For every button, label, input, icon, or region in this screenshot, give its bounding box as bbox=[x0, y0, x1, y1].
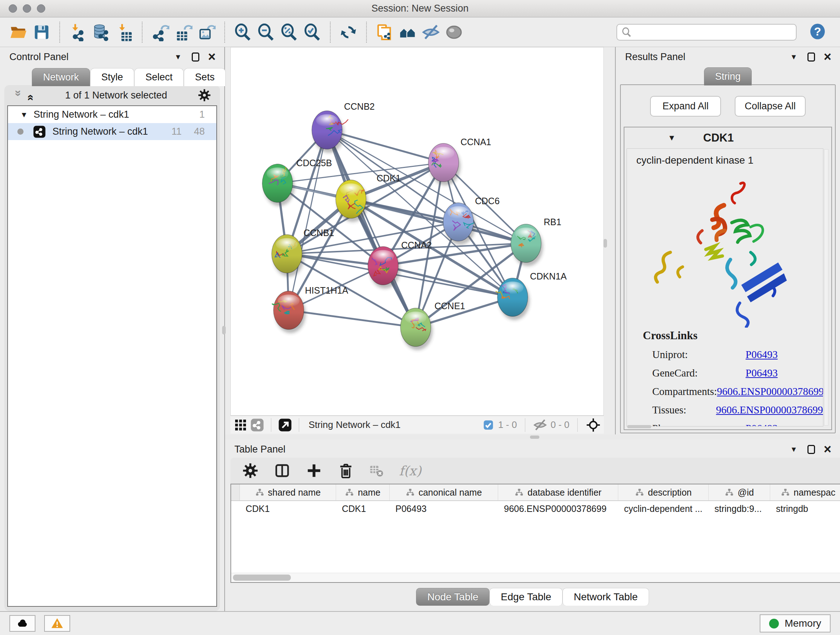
network-node[interactable]: RB1 bbox=[511, 217, 561, 266]
network-node[interactable]: HIST1H1A bbox=[272, 285, 348, 333]
crosslink-value-link[interactable]: 9606.ENSP00000378699 bbox=[717, 386, 823, 397]
restore-panel-icon[interactable] bbox=[192, 52, 199, 62]
tab-string[interactable]: String bbox=[704, 67, 752, 86]
column-header[interactable]: name bbox=[336, 485, 390, 500]
float-panel-icon[interactable]: ▼ bbox=[790, 445, 797, 454]
results-horizontal-scrollbar[interactable] bbox=[627, 425, 651, 428]
table-cell[interactable]: P06493 bbox=[390, 504, 498, 514]
hide-selected-button[interactable] bbox=[420, 21, 441, 43]
zoom-out-button[interactable] bbox=[256, 21, 276, 43]
table-cell[interactable]: 9606.ENSP00000378699 bbox=[498, 504, 618, 514]
table-scrollbar-thumb[interactable] bbox=[233, 575, 291, 581]
memory-button[interactable]: Memory bbox=[760, 614, 831, 632]
column-header[interactable]: database identifier bbox=[498, 485, 618, 500]
column-header[interactable]: shared name bbox=[240, 485, 336, 500]
network-node[interactable]: CDC6 bbox=[443, 196, 500, 245]
import-network-button[interactable] bbox=[67, 21, 88, 43]
network-node[interactable]: CCNE1 bbox=[401, 301, 465, 350]
warnings-button[interactable] bbox=[44, 615, 70, 632]
first-neighbors-button[interactable] bbox=[397, 21, 418, 43]
table-cell[interactable]: CDK1 bbox=[240, 504, 336, 514]
results-vertical-scrollbar[interactable] bbox=[824, 149, 829, 426]
splitter-handle[interactable] bbox=[530, 435, 539, 439]
show-all-button[interactable] bbox=[444, 21, 464, 43]
restore-panel-icon[interactable] bbox=[807, 445, 815, 454]
refresh-button[interactable] bbox=[338, 21, 359, 43]
network-options-gear-icon[interactable] bbox=[197, 88, 211, 102]
float-panel-icon[interactable]: ▼ bbox=[790, 53, 797, 61]
zoom-fit-button[interactable] bbox=[279, 21, 300, 43]
duplicate-network-button[interactable] bbox=[374, 21, 395, 43]
table-options-gear-icon[interactable] bbox=[242, 462, 259, 479]
float-panel-icon[interactable]: ▼ bbox=[174, 53, 182, 61]
close-window-button[interactable] bbox=[9, 4, 17, 13]
create-column-plus-icon[interactable] bbox=[306, 462, 322, 479]
birdseye-view-icon[interactable] bbox=[233, 418, 248, 432]
network-node[interactable]: CDKN1A bbox=[496, 271, 567, 320]
crosslink-value-link[interactable]: 9606.ENSP00000378699 bbox=[716, 404, 823, 416]
table-cell[interactable]: stringdb:9... bbox=[709, 504, 770, 514]
crosslink-value-link[interactable]: P06493 bbox=[745, 423, 778, 426]
tab-node-table[interactable]: Node Table bbox=[416, 588, 489, 606]
network-edge[interactable] bbox=[327, 130, 416, 327]
table-row[interactable]: CDK1CDK1P064939606.ENSP00000378699cyclin… bbox=[231, 501, 840, 516]
hidden-items-eye-icon[interactable] bbox=[533, 418, 547, 432]
network-node[interactable]: CCNA2 bbox=[368, 240, 432, 288]
help-button[interactable]: ? bbox=[809, 22, 826, 42]
tab-edge-table[interactable]: Edge Table bbox=[489, 588, 562, 606]
panel-divider-handle[interactable] bbox=[603, 239, 607, 248]
collection-expander-icon[interactable]: ▼ bbox=[20, 111, 28, 119]
column-header[interactable]: namespac bbox=[770, 485, 840, 500]
tab-network[interactable]: Network bbox=[32, 68, 90, 86]
panel-divider-handle[interactable] bbox=[222, 326, 226, 334]
tab-style[interactable]: Style bbox=[90, 68, 134, 86]
selected-nodes-checkbox-icon[interactable] bbox=[482, 419, 494, 431]
column-header[interactable]: description bbox=[618, 485, 709, 500]
column-header[interactable]: canonical name bbox=[390, 485, 498, 500]
string-overview-icon[interactable] bbox=[250, 418, 264, 432]
search-input[interactable] bbox=[635, 27, 791, 38]
minimize-window-button[interactable] bbox=[23, 4, 31, 13]
close-panel-icon[interactable]: × bbox=[824, 444, 831, 455]
center-view-crosshair-icon[interactable] bbox=[586, 417, 601, 432]
network-edge[interactable] bbox=[289, 130, 327, 310]
restore-panel-icon[interactable] bbox=[807, 52, 815, 62]
entry-expander-icon[interactable]: ▼ bbox=[668, 133, 676, 143]
detach-view-icon[interactable] bbox=[278, 418, 292, 432]
zoom-in-button[interactable] bbox=[232, 21, 253, 43]
import-table-button[interactable] bbox=[114, 21, 134, 43]
crosslink-value-link[interactable]: P06493 bbox=[745, 367, 778, 379]
show-columns-icon[interactable] bbox=[274, 462, 291, 479]
zoom-window-button[interactable] bbox=[37, 4, 45, 13]
table-horizontal-scrollbar[interactable] bbox=[231, 573, 840, 582]
horizontal-splitter[interactable] bbox=[225, 434, 840, 440]
tab-network-table[interactable]: Network Table bbox=[562, 588, 649, 606]
table-cell[interactable]: stringdb bbox=[770, 504, 840, 514]
network-collection-row[interactable]: ▼ String Network – cdk1 1 bbox=[8, 106, 216, 123]
expand-all-networks-icon[interactable]: » bbox=[23, 90, 36, 101]
delete-column-trash-icon[interactable] bbox=[338, 462, 354, 479]
export-network-button[interactable] bbox=[150, 21, 171, 43]
crosslink-value-link[interactable]: P06493 bbox=[745, 348, 778, 361]
network-edge[interactable] bbox=[289, 310, 416, 327]
collapse-all-button[interactable]: Collapse All bbox=[735, 96, 806, 117]
save-session-button[interactable] bbox=[31, 21, 52, 43]
network-row-selected[interactable]: String Network – cdk1 11 48 bbox=[8, 123, 216, 140]
open-session-button[interactable] bbox=[8, 21, 29, 43]
export-image-button[interactable] bbox=[196, 21, 217, 43]
table-cell[interactable]: CDK1 bbox=[336, 504, 390, 514]
column-header[interactable]: @id bbox=[709, 485, 770, 500]
tab-select[interactable]: Select bbox=[134, 68, 184, 86]
close-panel-icon[interactable]: × bbox=[824, 52, 831, 62]
toolbar-separator bbox=[59, 22, 60, 43]
expand-all-button[interactable]: Expand All bbox=[650, 96, 721, 117]
tab-sets[interactable]: Sets bbox=[184, 68, 226, 86]
cloud-status-button[interactable] bbox=[9, 615, 35, 632]
close-panel-icon[interactable]: × bbox=[208, 52, 216, 62]
network-canvas[interactable]: CCNB2CCNA1CDC25BCDK1CDC6RB1CCNB1CCNA2CDK… bbox=[231, 47, 604, 416]
network-row-label: String Network – cdk1 bbox=[52, 126, 148, 137]
table-cell[interactable]: cyclin-dependent ... bbox=[618, 504, 709, 514]
import-network-from-database-button[interactable] bbox=[90, 21, 111, 43]
zoom-selected-button[interactable] bbox=[302, 21, 323, 43]
export-table-button[interactable] bbox=[173, 21, 194, 43]
